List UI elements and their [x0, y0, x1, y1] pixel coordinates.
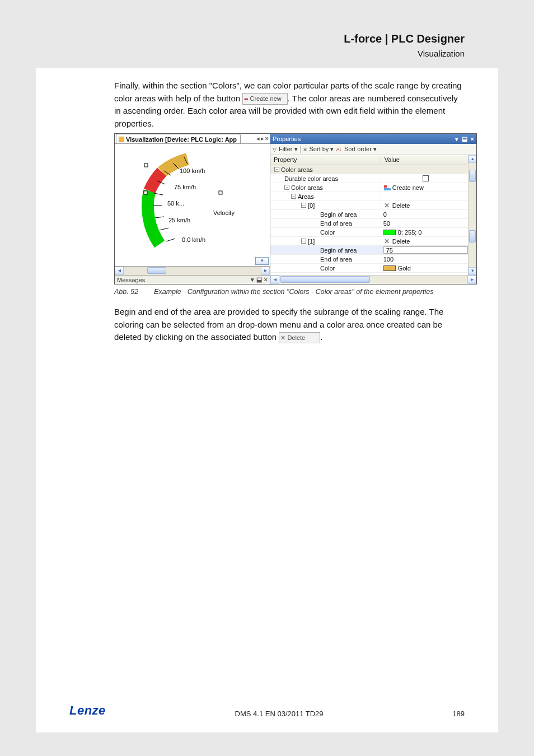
properties-vscrollbar[interactable]: ▴ ▾ — [469, 155, 476, 275]
color-swatch-gold[interactable] — [383, 265, 396, 271]
cell-a1-color: Color — [320, 265, 335, 272]
create-new-inline-button[interactable]: ▪▪ Create new — [242, 93, 287, 105]
val-a0-begin[interactable]: 0 — [383, 211, 387, 218]
collapse-icon[interactable]: − — [301, 239, 306, 244]
toolbar-separator — [300, 146, 301, 153]
visualization-tab[interactable]: Visualization [Device: PLC Logic: App — [116, 134, 241, 143]
svg-rect-11 — [219, 191, 222, 194]
delete-icon[interactable]: ✕ — [383, 202, 390, 209]
messages-label: Messages — [117, 277, 145, 283]
row-a0-begin[interactable]: Begin of area 0 — [270, 210, 468, 219]
gauge-canvas[interactable]: 0.0 km/h 25 km/h 50 k... 75 km/h 100 km/… — [115, 144, 270, 266]
tab-prev-icon[interactable]: ◂ — [256, 135, 260, 142]
para2-text-b: . — [320, 332, 322, 342]
editor-hscrollbar[interactable]: ◂ ▸ — [115, 266, 270, 275]
hscroll-thumb-props[interactable] — [280, 276, 370, 283]
properties-pin-icon[interactable]: ⬓ — [462, 136, 467, 143]
collapse-icon[interactable]: − — [284, 185, 289, 190]
messages-panel[interactable]: Messages ▾ ⬓ × — [115, 275, 270, 284]
properties-close-icon[interactable]: × — [471, 136, 474, 143]
svg-rect-10 — [144, 191, 147, 194]
row-a1-begin[interactable]: Begin of area 75 — [270, 246, 468, 255]
sortby-button[interactable]: Sort by ▾ — [310, 146, 334, 153]
properties-header: Properties ▾ ⬓ × — [270, 134, 476, 144]
properties-dropdown-icon[interactable]: ▾ — [455, 136, 458, 143]
row-area-0[interactable]: −[0] ✕Delete — [270, 201, 468, 210]
gauge-label-75: 75 km/h — [174, 184, 196, 190]
tab-next-icon[interactable]: ▸ — [261, 135, 264, 142]
svg-line-1 — [160, 228, 168, 230]
visualization-tab-label: Visualization [Device: PLC Logic: App — [126, 136, 237, 143]
column-property[interactable]: Property — [270, 155, 381, 165]
delete-label[interactable]: Delete — [392, 202, 410, 209]
val-a1-begin-input[interactable]: 75 — [383, 246, 468, 254]
vscroll-track[interactable] — [469, 163, 476, 267]
svg-rect-9 — [144, 164, 148, 167]
row-durable[interactable]: Durable color areas — [270, 174, 468, 183]
page-footer: Lenze DMS 4.1 EN 03/2011 TD29 189 — [69, 703, 465, 718]
val-a0-end[interactable]: 50 — [383, 220, 390, 227]
scroll-left-icon[interactable]: ◂ — [270, 276, 279, 284]
filter-icon: ▽ — [273, 147, 277, 152]
scroll-right-icon[interactable]: ▸ — [467, 276, 476, 284]
scroll-up-icon[interactable]: ▴ — [469, 155, 476, 163]
val-a1-color: Gold — [398, 265, 411, 272]
vscroll-thumb-1[interactable] — [469, 170, 476, 182]
scroll-left-icon[interactable]: ◂ — [115, 267, 124, 275]
chevron-down-icon: ▾ — [294, 146, 298, 152]
val-a1-end[interactable]: 100 — [383, 256, 394, 263]
cell-a0-color: Color — [320, 229, 335, 236]
color-swatch-green[interactable] — [383, 230, 396, 235]
row-a0-color[interactable]: Color 0; 255; 0 — [270, 228, 468, 237]
delete-icon[interactable]: ✕ — [383, 237, 390, 245]
row-color-areas-section[interactable]: −Color areas — [270, 165, 468, 174]
tab-nav-controls: ◂ ▸ × — [256, 135, 270, 142]
svg-line-2 — [155, 217, 164, 218]
tab-close-icon[interactable]: × — [265, 135, 269, 142]
scroll-down-icon[interactable]: ▾ — [469, 267, 476, 275]
messages-dropdown-icon[interactable]: ▾ — [251, 276, 254, 283]
row-areas[interactable]: −Areas — [270, 192, 468, 201]
canvas-zoom-dropdown[interactable]: ▾ — [255, 257, 269, 265]
durable-checkbox[interactable] — [423, 175, 429, 181]
hscroll-track[interactable] — [124, 267, 261, 275]
editor-tabbar: Visualization [Device: PLC Logic: App ◂ … — [115, 134, 270, 144]
messages-pin-icon[interactable]: ⬓ — [256, 276, 262, 283]
row-a0-end[interactable]: End of area 50 — [270, 219, 468, 228]
gauge-label-25: 25 km/h — [168, 217, 190, 223]
create-new-inline-label: Create new — [250, 95, 281, 102]
gauge-label-0: 0.0 km/h — [182, 236, 205, 243]
row-a1-color[interactable]: Color Gold — [270, 264, 468, 273]
properties-hscrollbar[interactable]: ◂ ▸ — [270, 275, 476, 284]
caption-text: Example - Configuration within the secti… — [154, 288, 433, 296]
delete-inline-label: Delete — [287, 334, 305, 341]
scroll-right-icon[interactable]: ▸ — [261, 267, 270, 275]
properties-body: Property Value −Color areas Durable colo… — [270, 155, 476, 275]
gauge-label-100: 100 km/h — [180, 167, 205, 174]
column-value[interactable]: Value — [381, 155, 468, 165]
filter-button[interactable]: Filter ▾ — [279, 146, 298, 153]
messages-close-icon[interactable]: × — [264, 276, 268, 283]
create-new-button[interactable]: Create new — [383, 184, 424, 191]
hscroll-thumb[interactable] — [147, 267, 166, 274]
hscroll-track-props[interactable] — [279, 276, 467, 284]
delete-inline-button[interactable]: ✕ Delete — [279, 332, 320, 344]
collapse-icon[interactable]: − — [274, 167, 279, 172]
cell-areas: Areas — [298, 193, 314, 200]
grid-header: Property Value — [270, 155, 468, 165]
cell-durable: Durable color areas — [284, 175, 338, 182]
create-new-icon — [383, 185, 390, 190]
properties-toolbar: ▽ Filter ▾ ⤨ Sort by ▾ A↓ Sort order ▾ — [270, 144, 476, 155]
delete-label-1[interactable]: Delete — [392, 238, 410, 245]
collapse-icon[interactable]: − — [301, 203, 306, 208]
row-a1-end[interactable]: End of area 100 — [270, 255, 468, 264]
gauge-label-50: 50 k... — [167, 200, 184, 207]
row-color-areas[interactable]: −Color areas Create new — [270, 183, 468, 192]
collapse-icon[interactable]: − — [291, 194, 296, 199]
chevron-down-icon: ▾ — [330, 146, 334, 152]
sortorder-button[interactable]: Sort order ▾ — [344, 146, 377, 153]
vscroll-thumb-2[interactable] — [469, 230, 476, 242]
properties-panel: Properties ▾ ⬓ × ▽ Filter ▾ ⤨ Sort by ▾ … — [270, 134, 476, 284]
create-new-icon: ▪▪ — [244, 96, 248, 102]
row-area-1[interactable]: −[1] ✕Delete — [270, 237, 468, 246]
